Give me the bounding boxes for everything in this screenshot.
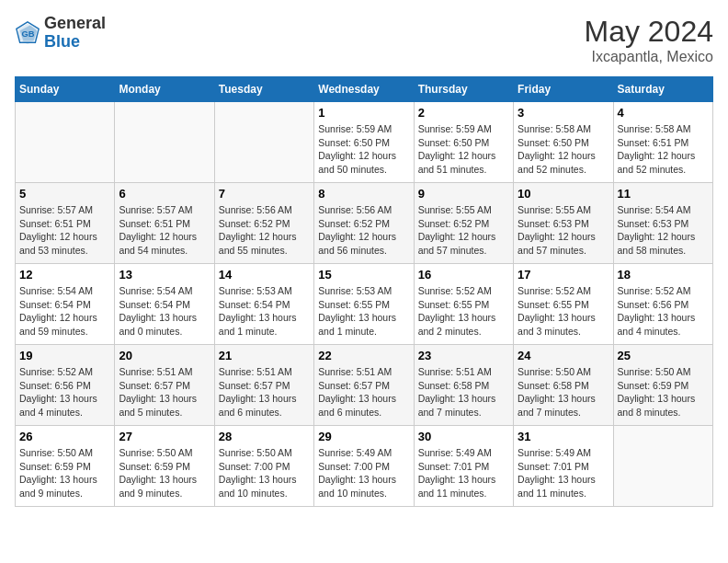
- cell-content: Sunrise: 5:54 AM Sunset: 6:54 PM Dayligh…: [119, 284, 210, 339]
- day-number: 27: [119, 430, 210, 443]
- logo-blue-text: Blue: [44, 33, 106, 52]
- cell-content: Sunrise: 5:57 AM Sunset: 6:51 PM Dayligh…: [19, 203, 110, 258]
- month-title: May 2024: [584, 15, 713, 49]
- logo-text: General Blue: [44, 15, 106, 52]
- day-number: 4: [618, 106, 709, 120]
- svg-text:GB: GB: [21, 29, 34, 39]
- day-number: 12: [19, 268, 110, 282]
- day-number: 31: [518, 430, 609, 443]
- day-number: 17: [518, 268, 609, 282]
- day-number: 15: [318, 268, 409, 282]
- cell-content: Sunrise: 5:49 AM Sunset: 7:00 PM Dayligh…: [318, 446, 409, 500]
- cell-content: Sunrise: 5:50 AM Sunset: 6:58 PM Dayligh…: [518, 365, 609, 419]
- calendar-week-1: 1Sunrise: 5:59 AM Sunset: 6:50 PM Daylig…: [16, 102, 713, 183]
- cell-content: Sunrise: 5:49 AM Sunset: 7:01 PM Dayligh…: [418, 446, 509, 500]
- day-number: 14: [219, 268, 310, 282]
- cell-content: Sunrise: 5:52 AM Sunset: 6:56 PM Dayligh…: [19, 365, 110, 419]
- day-number: 18: [618, 268, 709, 282]
- cell-content: Sunrise: 5:59 AM Sunset: 6:50 PM Dayligh…: [418, 122, 509, 177]
- calendar-cell: 30Sunrise: 5:49 AM Sunset: 7:01 PM Dayli…: [414, 426, 513, 507]
- cell-content: Sunrise: 5:53 AM Sunset: 6:54 PM Dayligh…: [219, 284, 310, 339]
- header-thursday: Thursday: [414, 77, 513, 102]
- calendar-header: Sunday Monday Tuesday Wednesday Thursday…: [16, 77, 713, 102]
- calendar-week-5: 26Sunrise: 5:50 AM Sunset: 6:59 PM Dayli…: [16, 426, 713, 507]
- calendar-cell: [115, 102, 214, 183]
- calendar-cell: 27Sunrise: 5:50 AM Sunset: 6:59 PM Dayli…: [115, 426, 214, 507]
- calendar-cell: 5Sunrise: 5:57 AM Sunset: 6:51 PM Daylig…: [16, 183, 115, 264]
- calendar-cell: 8Sunrise: 5:56 AM Sunset: 6:52 PM Daylig…: [314, 183, 414, 264]
- calendar-week-4: 19Sunrise: 5:52 AM Sunset: 6:56 PM Dayli…: [16, 345, 713, 426]
- day-number: 30: [418, 430, 509, 443]
- cell-content: Sunrise: 5:56 AM Sunset: 6:52 PM Dayligh…: [219, 203, 310, 258]
- day-number: 3: [518, 106, 609, 120]
- cell-content: Sunrise: 5:52 AM Sunset: 6:55 PM Dayligh…: [418, 284, 509, 339]
- day-number: 19: [19, 349, 110, 362]
- cell-content: Sunrise: 5:51 AM Sunset: 6:58 PM Dayligh…: [418, 365, 509, 419]
- calendar-cell: 19Sunrise: 5:52 AM Sunset: 6:56 PM Dayli…: [16, 345, 115, 426]
- cell-content: Sunrise: 5:50 AM Sunset: 7:00 PM Dayligh…: [219, 446, 310, 500]
- calendar-cell: [613, 426, 712, 507]
- cell-content: Sunrise: 5:59 AM Sunset: 6:50 PM Dayligh…: [318, 122, 409, 177]
- calendar-cell: 20Sunrise: 5:51 AM Sunset: 6:57 PM Dayli…: [115, 345, 214, 426]
- cell-content: Sunrise: 5:55 AM Sunset: 6:53 PM Dayligh…: [518, 203, 609, 258]
- cell-content: Sunrise: 5:52 AM Sunset: 6:55 PM Dayligh…: [518, 284, 609, 339]
- cell-content: Sunrise: 5:58 AM Sunset: 6:50 PM Dayligh…: [518, 122, 609, 177]
- logo: GB General Blue: [15, 15, 106, 52]
- calendar-cell: 26Sunrise: 5:50 AM Sunset: 6:59 PM Dayli…: [16, 426, 115, 507]
- calendar-cell: 24Sunrise: 5:50 AM Sunset: 6:58 PM Dayli…: [514, 345, 613, 426]
- header-sunday: Sunday: [16, 77, 115, 102]
- calendar-cell: 3Sunrise: 5:58 AM Sunset: 6:50 PM Daylig…: [514, 102, 613, 183]
- day-number: 1: [318, 106, 409, 120]
- title-block: May 2024 Ixcapantla, Mexico: [584, 15, 713, 65]
- day-number: 26: [19, 430, 110, 443]
- logo-icon: GB: [15, 20, 40, 46]
- calendar-cell: 15Sunrise: 5:53 AM Sunset: 6:55 PM Dayli…: [314, 264, 414, 345]
- calendar-cell: 16Sunrise: 5:52 AM Sunset: 6:55 PM Dayli…: [414, 264, 513, 345]
- calendar-cell: 6Sunrise: 5:57 AM Sunset: 6:51 PM Daylig…: [115, 183, 214, 264]
- calendar-cell: 29Sunrise: 5:49 AM Sunset: 7:00 PM Dayli…: [314, 426, 414, 507]
- cell-content: Sunrise: 5:51 AM Sunset: 6:57 PM Dayligh…: [219, 365, 310, 419]
- cell-content: Sunrise: 5:57 AM Sunset: 6:51 PM Dayligh…: [119, 203, 210, 258]
- cell-content: Sunrise: 5:54 AM Sunset: 6:54 PM Dayligh…: [19, 284, 110, 339]
- calendar-cell: 10Sunrise: 5:55 AM Sunset: 6:53 PM Dayli…: [514, 183, 613, 264]
- calendar-body: 1Sunrise: 5:59 AM Sunset: 6:50 PM Daylig…: [16, 102, 713, 507]
- logo-general-text: General: [44, 15, 106, 33]
- day-number: 29: [318, 430, 409, 443]
- calendar-cell: 9Sunrise: 5:55 AM Sunset: 6:52 PM Daylig…: [414, 183, 513, 264]
- calendar-cell: 22Sunrise: 5:51 AM Sunset: 6:57 PM Dayli…: [314, 345, 414, 426]
- calendar-cell: 31Sunrise: 5:49 AM Sunset: 7:01 PM Dayli…: [514, 426, 613, 507]
- day-number: 24: [518, 349, 609, 362]
- calendar-cell: 2Sunrise: 5:59 AM Sunset: 6:50 PM Daylig…: [414, 102, 513, 183]
- calendar-week-3: 12Sunrise: 5:54 AM Sunset: 6:54 PM Dayli…: [16, 264, 713, 345]
- cell-content: Sunrise: 5:50 AM Sunset: 6:59 PM Dayligh…: [119, 446, 210, 500]
- calendar-cell: 11Sunrise: 5:54 AM Sunset: 6:53 PM Dayli…: [613, 183, 712, 264]
- calendar-cell: 13Sunrise: 5:54 AM Sunset: 6:54 PM Dayli…: [115, 264, 214, 345]
- calendar-cell: [16, 102, 115, 183]
- day-number: 13: [119, 268, 210, 282]
- calendar-table: Sunday Monday Tuesday Wednesday Thursday…: [15, 76, 713, 507]
- day-number: 7: [219, 187, 310, 201]
- day-number: 5: [19, 187, 110, 201]
- day-number: 23: [418, 349, 509, 362]
- header-saturday: Saturday: [613, 77, 712, 102]
- day-number: 10: [518, 187, 609, 201]
- calendar-week-2: 5Sunrise: 5:57 AM Sunset: 6:51 PM Daylig…: [16, 183, 713, 264]
- cell-content: Sunrise: 5:52 AM Sunset: 6:56 PM Dayligh…: [618, 284, 709, 339]
- calendar-cell: 1Sunrise: 5:59 AM Sunset: 6:50 PM Daylig…: [314, 102, 414, 183]
- calendar-cell: 23Sunrise: 5:51 AM Sunset: 6:58 PM Dayli…: [414, 345, 513, 426]
- cell-content: Sunrise: 5:49 AM Sunset: 7:01 PM Dayligh…: [518, 446, 609, 500]
- day-number: 6: [119, 187, 210, 201]
- location-text: Ixcapantla, Mexico: [584, 49, 713, 65]
- cell-content: Sunrise: 5:50 AM Sunset: 6:59 PM Dayligh…: [19, 446, 110, 500]
- cell-content: Sunrise: 5:55 AM Sunset: 6:52 PM Dayligh…: [418, 203, 509, 258]
- cell-content: Sunrise: 5:51 AM Sunset: 6:57 PM Dayligh…: [119, 365, 210, 419]
- page-header: GB General Blue May 2024 Ixcapantla, Mex…: [15, 15, 713, 65]
- header-monday: Monday: [115, 77, 214, 102]
- cell-content: Sunrise: 5:54 AM Sunset: 6:53 PM Dayligh…: [618, 203, 709, 258]
- day-number: 9: [418, 187, 509, 201]
- header-tuesday: Tuesday: [214, 77, 313, 102]
- calendar-cell: 14Sunrise: 5:53 AM Sunset: 6:54 PM Dayli…: [214, 264, 313, 345]
- cell-content: Sunrise: 5:51 AM Sunset: 6:57 PM Dayligh…: [318, 365, 409, 419]
- day-number: 21: [219, 349, 310, 362]
- day-number: 11: [618, 187, 709, 201]
